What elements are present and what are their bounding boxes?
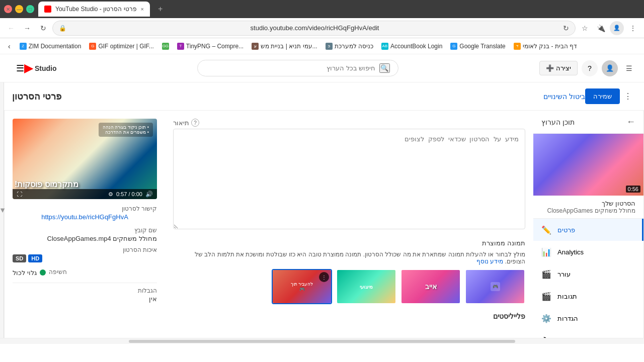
back-to-content-button[interactable]: ← (626, 117, 635, 127)
yt-logo-icon: ▶ (24, 62, 33, 75)
creator-value: מחולל משחקים CloseAppGames.mp4 (13, 235, 157, 242)
help-description-icon[interactable]: ? (191, 119, 199, 127)
search-input[interactable] (206, 64, 375, 72)
fullscreen-icon[interactable]: ⛶ (17, 191, 22, 197)
bookmark-enter[interactable]: כ כניסה למערכת (323, 42, 376, 51)
tab-close-button[interactable]: × (141, 6, 144, 12)
bookmarks-left-arrow[interactable]: ‹ (4, 38, 15, 54)
bookmark-gt-label: Google Translate (459, 43, 505, 50)
thumbnail-desc-text: מולץ לבחור או להעלות תמונה שמתארת את מה … (195, 251, 525, 265)
bookmark-home[interactable]: ד דף הבית - בנק לאומי (511, 42, 580, 51)
header-menu-button[interactable]: ☰ (622, 61, 636, 75)
visibility-indicator (40, 269, 46, 276)
scrollbar-thumb[interactable] (129, 340, 515, 343)
search-bar[interactable]: 🔍 (197, 60, 398, 76)
thumbnail-item-1[interactable]: 🎮 (465, 269, 525, 304)
bookmark-gif[interactable]: G GIF optimizer | GIF... (86, 42, 156, 51)
thumbnail-more-button[interactable]: ⋮ (319, 272, 329, 282)
thumb3-text: מיצועי (360, 284, 373, 290)
right-sidebar-video[interactable]: 0:56 (533, 134, 643, 196)
close-window-button[interactable]: ✕ (4, 5, 12, 13)
yt-studio-logo[interactable]: ▶ Studio (24, 62, 57, 75)
horizontal-scrollbar[interactable] (0, 338, 644, 344)
profile-button[interactable]: 👤 (610, 21, 624, 35)
description-textarea[interactable] (173, 129, 525, 229)
editor-panel: ? תיאור תמונה ממוצרת מולץ לבחור או להעלו… (165, 111, 533, 338)
nav-item-comments[interactable]: תגובות 🎬 (533, 285, 643, 307)
link-label: קישור לסרטון (13, 205, 157, 212)
address-input[interactable] (69, 24, 560, 32)
more-options-button[interactable]: ⋮ (620, 88, 636, 105)
thumbnail-item-3[interactable]: מיצועי (336, 269, 396, 304)
nav-item-editor[interactable]: עורר 🎬 (533, 263, 643, 285)
sidebar-edge: ◀ (0, 82, 4, 338)
bookmark-gg[interactable]: GG (159, 42, 172, 51)
nav-item-analytics[interactable]: Analytics 📊 (533, 241, 643, 263)
bookmark-ami[interactable]: ע עמי תניא | בניית מש... (249, 42, 320, 51)
thumb1-content: 🎮 (491, 282, 500, 291)
back-button[interactable]: ← (4, 21, 18, 35)
volume-icon[interactable]: 🔊 (145, 191, 153, 198)
sidebar-collapse-btn[interactable]: ☰ (16, 63, 24, 74)
video-main-text: מתקרמוס פוסקות! (15, 179, 78, 189)
page-title: פרטי הסרטון (12, 91, 61, 102)
bookmark-zim-icon: Z (20, 43, 27, 50)
right-sidebar-title: תוכן הערוץ (541, 118, 575, 126)
create-plus-icon: ➕ (546, 64, 554, 72)
quality-section: איכות הסרטון HD SD (13, 246, 157, 262)
create-button[interactable]: ➕ יצירה (539, 61, 578, 75)
visibility-section: חשיפה גלוי לכול (13, 268, 157, 277)
save-button[interactable]: שמירה (585, 88, 620, 104)
visibility-label: חשיפה (49, 268, 67, 276)
bookmark-gt[interactable]: G Google Translate (447, 42, 508, 51)
bookmark-zim-label: ZIM Documentation (29, 43, 82, 50)
thumbnail-section: תמונה ממוצרת מולץ לבחור או להעלות תמונה … (173, 239, 525, 304)
cancel-button[interactable]: ביטול השינויים (543, 93, 585, 101)
learn-more-link[interactable]: מידע נוסף (476, 258, 503, 265)
yt-logo-text: Studio (35, 64, 57, 72)
thumbnail-item-2[interactable]: אייב (400, 269, 461, 304)
bookmarks-bar: ‹ Z ZIM Documentation G GIF optimizer | … (0, 38, 644, 54)
bookmark-home-icon: ד (514, 43, 521, 50)
quality-badges: HD SD (13, 254, 157, 262)
playlists-section: פלייליסטים (173, 312, 525, 320)
search-button[interactable]: 🔍 (379, 63, 390, 73)
video-preview[interactable]: • תוכן ניקוד בצורה הנהה • משפרים את ההדר… (13, 119, 157, 199)
bookmark-png-icon: T (177, 43, 184, 50)
bookmark-gif-label: GIF optimizer | GIF... (98, 43, 153, 50)
nav-comments-label: תגובות (557, 293, 577, 300)
gear-icon: ⚙️ (541, 313, 551, 323)
bookmark-button[interactable]: ☆ (578, 21, 592, 35)
forward-button[interactable]: → (20, 21, 34, 35)
active-tab[interactable]: YouTube Studio - פרטי הסרטון × (38, 2, 150, 17)
new-tab-button[interactable]: + (154, 3, 167, 16)
bookmark-account[interactable]: AB AccountBook Login (378, 42, 445, 51)
thumbnail-item-4-selected[interactable]: להעביר תוך🎮 ⋮ (272, 269, 332, 304)
more-icon: ⋮ (624, 92, 632, 101)
user-avatar[interactable]: 👤 (602, 60, 618, 76)
create-label: יצירה (556, 64, 571, 72)
visibility-value: גלוי לכול (13, 269, 37, 277)
video-controls-bar[interactable]: 🔊 0:00 / 0:57 ⚙ ⛶ (13, 189, 157, 199)
extension-button[interactable]: 🔌 (594, 21, 608, 35)
nav-item-details[interactable]: פרטים ✏️ (533, 219, 643, 241)
help-button[interactable]: ? (582, 60, 598, 76)
nav-item-feedback[interactable]: שליחת משוב 🏳 (533, 329, 643, 338)
action-bar: ⋮ שמירה ביטול השינויים פרטי הסרטון (4, 82, 644, 111)
collapse-icon[interactable]: ◀ (0, 208, 5, 212)
settings-icon[interactable]: ⚙ (108, 191, 113, 198)
right-sidebar: ← תוכן הערוץ 0:56 הסרטון שלך מחולל משחקי… (533, 111, 644, 338)
address-bar[interactable]: 🔒 ↻ (52, 21, 576, 36)
refresh-button[interactable]: ↻ (36, 21, 50, 35)
hd-badge: HD (28, 254, 42, 262)
bookmark-home-label: דף הבית - בנק לאומי (523, 43, 577, 50)
nav-item-settings[interactable]: הגדרות ⚙️ (533, 307, 643, 329)
minimize-window-button[interactable]: — (15, 5, 23, 13)
right-sidebar-header: ← תוכן הערוץ (533, 111, 643, 134)
maximize-window-button[interactable]: □ (26, 5, 34, 13)
settings-button[interactable]: ⋮ (626, 21, 640, 35)
bookmark-zim[interactable]: Z ZIM Documentation (17, 42, 85, 51)
bookmark-png[interactable]: T TinyPNG – Compre... (174, 42, 247, 51)
thumbnail-hint: מולץ לבחור או להעלות תמונה שמתארת את מה … (173, 251, 525, 265)
video-link[interactable]: https://youtu.be/ricHGqFgHvA (13, 213, 157, 221)
